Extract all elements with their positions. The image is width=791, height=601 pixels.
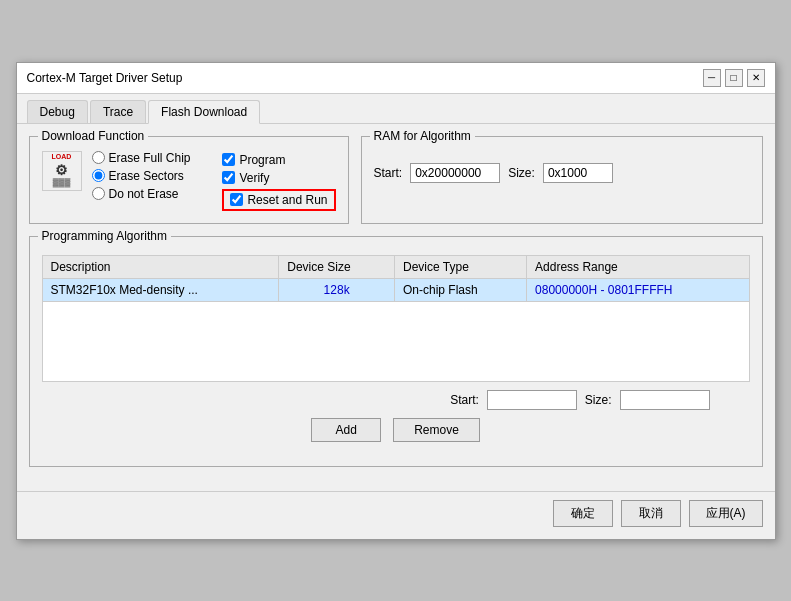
tab-bar: Debug Trace Flash Download: [17, 94, 775, 124]
erase-sectors-option[interactable]: Erase Sectors: [92, 169, 213, 183]
prog-size-input[interactable]: [620, 390, 710, 410]
col-device-type: Device Type: [395, 255, 527, 278]
download-function-group: Download Function LOAD ⚙ ▓▓▓: [29, 136, 349, 224]
cancel-button[interactable]: 取消: [621, 500, 681, 527]
reset-and-run-checkbox-item[interactable]: Reset and Run: [230, 193, 327, 207]
add-remove-row: Add Remove: [42, 418, 750, 442]
ok-button[interactable]: 确定: [553, 500, 613, 527]
action-checkbox-group: Program Verify Reset and Run: [222, 153, 335, 211]
prog-size-label: Size:: [585, 393, 612, 407]
cell-description: STM32F10x Med-density ...: [42, 278, 279, 301]
col-address-range: Address Range: [527, 255, 749, 278]
tab-flash-download[interactable]: Flash Download: [148, 100, 260, 124]
program-checkbox-item[interactable]: Program: [222, 153, 335, 167]
reset-and-run-highlighted-box: Reset and Run: [222, 189, 335, 211]
main-window: Cortex-M Target Driver Setup ─ □ ✕ Debug…: [16, 62, 776, 540]
tab-debug[interactable]: Debug: [27, 100, 88, 123]
minimize-button[interactable]: ─: [703, 69, 721, 87]
table-empty-row: [42, 301, 749, 381]
reset-and-run-checkbox[interactable]: [230, 193, 243, 206]
prog-start-input[interactable]: [487, 390, 577, 410]
ram-size-input[interactable]: [543, 163, 613, 183]
title-bar-controls: ─ □ ✕: [703, 69, 765, 87]
df-inner: LOAD ⚙ ▓▓▓ Erase Full Chip E: [42, 151, 336, 211]
ram-size-label: Size:: [508, 166, 535, 180]
title-bar: Cortex-M Target Driver Setup ─ □ ✕: [17, 63, 775, 94]
dialog-buttons: 确定 取消 应用(A): [17, 491, 775, 539]
programming-algorithm-group: Programming Algorithm Description Device…: [29, 236, 763, 467]
remove-button[interactable]: Remove: [393, 418, 480, 442]
erase-full-chip-radio[interactable]: [92, 151, 105, 164]
window-title: Cortex-M Target Driver Setup: [27, 71, 183, 85]
tab-trace[interactable]: Trace: [90, 100, 146, 123]
do-not-erase-option[interactable]: Do not Erase: [92, 187, 213, 201]
ram-start-label: Start:: [374, 166, 403, 180]
add-button[interactable]: Add: [311, 418, 381, 442]
table-row[interactable]: STM32F10x Med-density ... 128k On-chip F…: [42, 278, 749, 301]
close-button[interactable]: ✕: [747, 69, 765, 87]
col-description: Description: [42, 255, 279, 278]
table-header-row: Description Device Size Device Type Addr…: [42, 255, 749, 278]
verify-checkbox[interactable]: [222, 171, 235, 184]
do-not-erase-radio[interactable]: [92, 187, 105, 200]
apply-button[interactable]: 应用(A): [689, 500, 763, 527]
erase-sectors-radio[interactable]: [92, 169, 105, 182]
col-device-size: Device Size: [279, 255, 395, 278]
programming-algorithm-title: Programming Algorithm: [38, 229, 171, 243]
download-function-title: Download Function: [38, 129, 149, 143]
erase-full-chip-option[interactable]: Erase Full Chip: [92, 151, 213, 165]
program-checkbox[interactable]: [222, 153, 235, 166]
ram-inputs-row: Start: Size:: [374, 163, 750, 183]
cell-address-range: 08000000H - 0801FFFFH: [527, 278, 749, 301]
erase-option-group: Erase Full Chip Erase Sectors Do not Era…: [92, 151, 213, 211]
maximize-button[interactable]: □: [725, 69, 743, 87]
cell-device-type: On-chip Flash: [395, 278, 527, 301]
programming-algorithm-table: Description Device Size Device Type Addr…: [42, 255, 750, 382]
ram-for-algorithm-group: RAM for Algorithm Start: Size:: [361, 136, 763, 224]
prog-algo-bottom-row: Start: Size:: [42, 390, 750, 410]
ram-start-input[interactable]: [410, 163, 500, 183]
ram-for-algorithm-title: RAM for Algorithm: [370, 129, 475, 143]
prog-start-label: Start:: [450, 393, 479, 407]
load-icon: LOAD ⚙ ▓▓▓: [42, 151, 82, 191]
verify-checkbox-item[interactable]: Verify: [222, 171, 335, 185]
top-sections: Download Function LOAD ⚙ ▓▓▓: [29, 136, 763, 224]
cell-device-size: 128k: [279, 278, 395, 301]
tab-content: Download Function LOAD ⚙ ▓▓▓: [17, 124, 775, 491]
